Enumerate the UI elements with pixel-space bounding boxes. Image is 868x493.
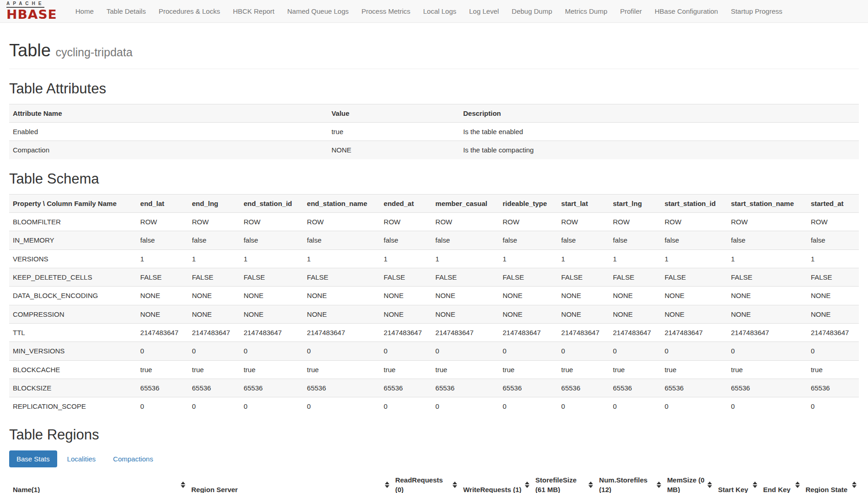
- regions-col-start-key[interactable]: Start Key: [714, 471, 759, 493]
- tab-link-localities[interactable]: Localities: [60, 450, 103, 467]
- schema-value: NONE: [380, 287, 432, 305]
- schema-value: true: [609, 360, 661, 379]
- nav-item-profiler[interactable]: Profiler: [614, 0, 648, 22]
- nav-item-hbck-report[interactable]: HBCK Report: [226, 0, 281, 22]
- regions-col-label: ReadRequests (0): [395, 476, 443, 493]
- schema-value: NONE: [609, 305, 661, 323]
- schema-value: 2147483647: [240, 323, 303, 341]
- schema-value: FALSE: [188, 268, 240, 287]
- schema-value: 65536: [188, 379, 240, 397]
- schema-value: 2147483647: [558, 323, 609, 341]
- nav-item-log-level[interactable]: Log Level: [463, 0, 505, 22]
- regions-col-label: Region Server: [191, 486, 238, 493]
- regions-col-region-server[interactable]: Region Server: [188, 471, 392, 493]
- schema-value: 0: [303, 342, 380, 360]
- regions-col-writerequests-1-[interactable]: WriteRequests (1): [459, 471, 532, 493]
- schema-value: ROW: [807, 213, 859, 231]
- regions-col-readrequests-0-[interactable]: ReadRequests (0): [392, 471, 460, 493]
- schema-value: true: [380, 360, 432, 379]
- schema-value: NONE: [137, 305, 189, 323]
- nav-item-procedures-locks[interactable]: Procedures & Locks: [152, 0, 226, 22]
- schema-heading: Table Schema: [9, 171, 859, 187]
- nav-item-startup-progress[interactable]: Startup Progress: [724, 0, 789, 22]
- attribute-row: EnabledtrueIs the table enabled: [9, 123, 859, 141]
- schema-col-started_at: started_at: [807, 194, 859, 212]
- regions-col-num-storefiles-12-[interactable]: Num.Storefiles (12): [595, 471, 663, 493]
- schema-row: BLOCKCACHEtruetruetruetruetruetruetruetr…: [9, 360, 859, 379]
- schema-property: BLOCKCACHE: [9, 360, 137, 379]
- schema-value: 1: [807, 249, 859, 268]
- sort-icon: [795, 482, 800, 488]
- tab-link-base-stats[interactable]: Base Stats: [9, 450, 57, 467]
- sort-icon: [525, 482, 529, 488]
- schema-value: NONE: [609, 287, 661, 305]
- schema-value: 1: [240, 249, 303, 268]
- schema-property: IN_MEMORY: [9, 231, 137, 249]
- nav-item-hbase-configuration[interactable]: HBase Configuration: [648, 0, 724, 22]
- schema-row: TTL2147483647214748364721474836472147483…: [9, 323, 859, 341]
- nav-item-named-queue-logs[interactable]: Named Queue Logs: [281, 0, 355, 22]
- sort-icon: [657, 482, 661, 488]
- schema-value: ROW: [727, 213, 807, 231]
- schema-value: ROW: [661, 213, 727, 231]
- nav-item-local-logs[interactable]: Local Logs: [417, 0, 463, 22]
- regions-col-storefilesize-61-mb-[interactable]: StorefileSize (61 MB): [532, 471, 595, 493]
- nav-item-debug-dump[interactable]: Debug Dump: [505, 0, 558, 22]
- schema-value: 0: [609, 397, 661, 416]
- regions-col-end-key[interactable]: End Key: [760, 471, 802, 493]
- regions-col-region-state[interactable]: Region State: [802, 471, 859, 493]
- tab-compactions: Compactions: [106, 450, 161, 467]
- attributes-col-header: Attribute Name: [9, 104, 328, 122]
- schema-value: 0: [807, 342, 859, 360]
- nav-item-process-metrics[interactable]: Process Metrics: [355, 0, 417, 22]
- schema-value: 0: [661, 342, 727, 360]
- sort-icon: [707, 482, 712, 488]
- tab-localities: Localities: [60, 450, 103, 467]
- regions-col-name-1-[interactable]: Name(1): [9, 471, 188, 493]
- tab-link-compactions[interactable]: Compactions: [106, 450, 161, 467]
- schema-value: 65536: [380, 379, 432, 397]
- nav-menu: HomeTable DetailsProcedures & LocksHBCK …: [69, 0, 789, 22]
- hbase-logo[interactable]: APACHE HBASE: [6, 1, 57, 21]
- nav-item-metrics-dump[interactable]: Metrics Dump: [559, 0, 614, 22]
- sort-icon: [588, 482, 593, 488]
- schema-property: BLOCKSIZE: [9, 379, 137, 397]
- schema-row: VERSIONS111111111111: [9, 249, 859, 268]
- regions-col-memsize-0-mb-[interactable]: MemSize (0 MB): [663, 471, 714, 493]
- schema-value: NONE: [661, 305, 727, 323]
- sort-icon: [453, 482, 457, 488]
- attributes-col-header: Value: [328, 104, 459, 122]
- attribute-description: Is the table enabled: [459, 123, 859, 141]
- schema-value: false: [807, 231, 859, 249]
- regions-heading: Table Regions: [9, 427, 859, 443]
- nav-item-home[interactable]: Home: [69, 0, 100, 22]
- schema-property: COMPRESSION: [9, 305, 137, 323]
- schema-value: ROW: [303, 213, 380, 231]
- schema-value: 0: [380, 397, 432, 416]
- schema-value: NONE: [240, 305, 303, 323]
- schema-property: VERSIONS: [9, 249, 137, 268]
- schema-value: FALSE: [727, 268, 807, 287]
- table-name: cycling-tripdata: [55, 46, 132, 59]
- nav-item-table-details[interactable]: Table Details: [100, 0, 152, 22]
- schema-value: 0: [188, 397, 240, 416]
- schema-value: true: [558, 360, 609, 379]
- schema-value: false: [432, 231, 499, 249]
- schema-value: NONE: [807, 305, 859, 323]
- schema-value: NONE: [188, 305, 240, 323]
- regions-col-label: End Key: [763, 486, 791, 493]
- attribute-row: CompactionNONEIs the table compacting: [9, 141, 859, 159]
- schema-col-ended_at: ended_at: [380, 194, 432, 212]
- schema-value: 1: [558, 249, 609, 268]
- schema-value: true: [137, 360, 189, 379]
- schema-value: 0: [240, 397, 303, 416]
- schema-value: 1: [380, 249, 432, 268]
- schema-value: 1: [499, 249, 558, 268]
- schema-property: MIN_VERSIONS: [9, 342, 137, 360]
- schema-value: 0: [727, 397, 807, 416]
- schema-col-end_lat: end_lat: [137, 194, 189, 212]
- schema-value: false: [499, 231, 558, 249]
- regions-header-row: Name(1)Region ServerReadRequests (0)Writ…: [9, 471, 859, 493]
- schema-value: NONE: [303, 305, 380, 323]
- schema-value: 0: [137, 342, 189, 360]
